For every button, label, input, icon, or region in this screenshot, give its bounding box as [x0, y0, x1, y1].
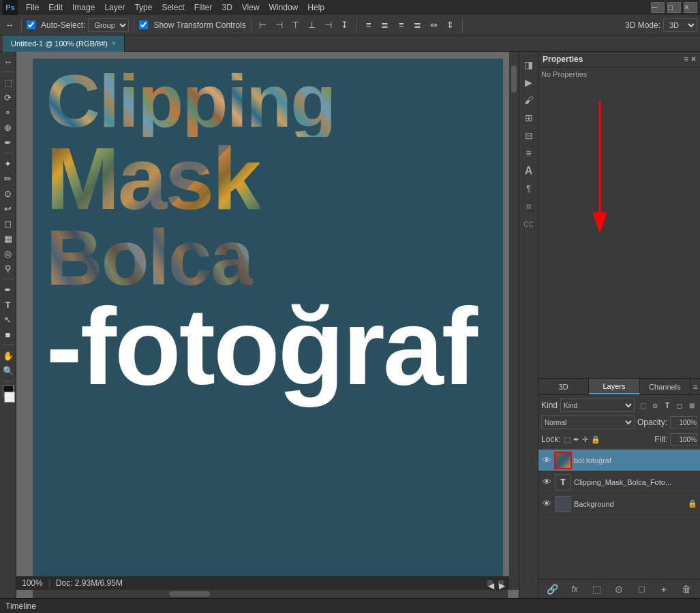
lasso-tool[interactable]: ⟳	[1, 91, 15, 104]
layer-item[interactable]: 👁 T Clipping_Mask_Bolca_Foto...	[538, 471, 700, 493]
align-top-icon[interactable]: ⊥	[305, 18, 319, 32]
blend-mode-select[interactable]: Normal	[541, 415, 635, 429]
move-tool-icon[interactable]: ↔	[3, 18, 16, 32]
transform-checkbox[interactable]	[139, 20, 148, 29]
pen-tool[interactable]: ✒	[1, 283, 15, 296]
dodge-tool[interactable]: ⚲	[1, 262, 15, 275]
scrollbar-thumb-v[interactable]	[511, 65, 517, 93]
align-center-v-icon[interactable]: ⊣	[322, 18, 335, 32]
layers-delete-button[interactable]: 🗑	[680, 582, 693, 596]
distribute-bottom-icon[interactable]: ≣	[411, 18, 425, 32]
align-bottom-icon[interactable]: ↧	[338, 18, 352, 32]
distribute-top-icon[interactable]: ≡	[395, 18, 408, 32]
lock-pixels-icon[interactable]: ⬚	[564, 435, 570, 444]
layer-item[interactable]: 👁 Background 🔒	[538, 493, 700, 515]
filter-adjust-icon[interactable]: ⊙	[650, 400, 660, 411]
crop-tool[interactable]: ⊕	[1, 121, 15, 134]
marquee-tool[interactable]: ⬚	[1, 76, 15, 89]
brush-tool[interactable]: ✏	[1, 172, 15, 185]
zoom-tool[interactable]: 🔍	[1, 364, 15, 377]
window-minimize[interactable]: ─	[651, 2, 665, 13]
lock-position-icon[interactable]: ✒	[573, 435, 579, 444]
paragraph-icon[interactable]: ¶	[521, 181, 536, 196]
opacity-input[interactable]	[670, 416, 697, 428]
auto-select-dropdown[interactable]: Group	[88, 18, 129, 32]
scrollbar-thumb-h[interactable]	[169, 591, 210, 597]
fill-input[interactable]	[670, 433, 697, 445]
menu-file[interactable]: File	[22, 1, 43, 14]
type-tool[interactable]: T	[1, 298, 15, 311]
history-brush-tool[interactable]: ↩	[1, 202, 15, 215]
align-left-icon[interactable]: ⊢	[256, 18, 270, 32]
tab-close-button[interactable]: ×	[112, 40, 116, 47]
layer-item[interactable]: 👁 bol fotoğraf	[538, 450, 700, 471]
window-maximize[interactable]: □	[667, 2, 681, 13]
type-panel-icon[interactable]: A	[521, 163, 536, 178]
align-center-h-icon[interactable]: ⊣	[273, 18, 286, 32]
distribute-right-icon[interactable]: ≣	[378, 18, 392, 32]
align-right-icon[interactable]: ⊤	[289, 18, 303, 32]
gradient-tool[interactable]: ▦	[1, 232, 15, 245]
layer-visibility-1[interactable]: 👁	[541, 455, 552, 466]
eyedropper-tool[interactable]: ✒	[1, 136, 15, 149]
menu-help[interactable]: Help	[303, 1, 329, 14]
hand-tool[interactable]: ✋	[1, 349, 15, 362]
clone-tool[interactable]: ⊙	[1, 187, 15, 200]
filter-smart-icon[interactable]: ⊞	[686, 400, 697, 411]
cc-icon[interactable]: CC	[521, 217, 536, 232]
layers-link-button[interactable]: 🔗	[545, 582, 559, 596]
healing-tool[interactable]: ✦	[1, 157, 15, 170]
layers-fx-button[interactable]: fx	[568, 582, 581, 596]
layer-visibility-3[interactable]: 👁	[541, 499, 552, 509]
menu-select[interactable]: Select	[157, 1, 188, 14]
filter-text-icon[interactable]: T	[662, 400, 673, 411]
shape-tool[interactable]: ■	[1, 328, 15, 341]
distribute-v-icon[interactable]: ⇕	[444, 18, 457, 32]
menu-3d[interactable]: 3D	[217, 1, 236, 14]
menu-layer[interactable]: Layer	[100, 1, 129, 14]
move-tool[interactable]: ↔	[1, 54, 15, 68]
quick-select-tool[interactable]: ⚬	[1, 106, 15, 119]
status-nav-icon-r[interactable]: ▶	[498, 580, 504, 586]
vertical-scrollbar[interactable]	[509, 52, 519, 590]
distribute-h-icon[interactable]: ⇔	[427, 18, 441, 32]
horizontal-scrollbar[interactable]	[33, 590, 508, 598]
filter-type-select[interactable]: Kind	[560, 398, 635, 412]
path-select-tool[interactable]: ↖	[1, 313, 15, 326]
brush-panel-icon[interactable]: 🖌	[521, 93, 536, 108]
tab-layers[interactable]: Layers	[589, 379, 639, 394]
menu-filter[interactable]: Filter	[190, 1, 217, 14]
blur-tool[interactable]: ◎	[1, 247, 15, 260]
properties-collapse[interactable]: ≡	[684, 54, 688, 64]
properties-close[interactable]: ×	[691, 54, 696, 64]
properties-panel-icon[interactable]: ◨	[521, 57, 536, 72]
tab-channels[interactable]: Channels	[640, 379, 690, 394]
layers-tab-menu[interactable]: ≡	[690, 379, 700, 394]
tab-3d[interactable]: 3D	[538, 379, 589, 394]
layers-group-button[interactable]: □	[635, 582, 648, 596]
menu-edit[interactable]: Edit	[44, 1, 67, 14]
canvas-tab[interactable]: Untitled-1 @ 100% (RGB/8#) ×	[3, 35, 125, 52]
distribute-left-icon[interactable]: ≡	[362, 18, 376, 32]
layers-adjustment-button[interactable]: ⊙	[612, 582, 626, 596]
window-close[interactable]: ×	[684, 2, 697, 13]
filter-shape-icon[interactable]: ◻	[674, 400, 685, 411]
swatches-icon[interactable]: ⊞	[521, 110, 536, 125]
eraser-tool[interactable]: ◻	[1, 217, 15, 230]
channels-icon[interactable]: ≡	[521, 146, 536, 161]
menu-window[interactable]: Window	[265, 1, 303, 14]
layer-visibility-2[interactable]: 👁	[541, 477, 552, 488]
auto-select-checkbox[interactable]	[27, 20, 35, 29]
filter-pixel-icon[interactable]: ⬚	[637, 400, 648, 411]
play-icon[interactable]: ▶	[521, 75, 536, 90]
lock-move-icon[interactable]: ✛	[582, 435, 588, 444]
paths-icon[interactable]: ⌗	[521, 199, 536, 214]
menu-view[interactable]: View	[238, 1, 264, 14]
3d-mode-dropdown[interactable]: 3D	[663, 18, 697, 32]
layers-new-button[interactable]: +	[657, 582, 671, 596]
menu-type[interactable]: Type	[130, 1, 156, 14]
adjustments-icon[interactable]: ⊟	[521, 128, 536, 143]
lock-all-icon[interactable]: 🔒	[591, 435, 600, 444]
status-nav-icon[interactable]: ◀	[487, 580, 493, 586]
layers-mask-button[interactable]: ⬚	[590, 582, 604, 596]
